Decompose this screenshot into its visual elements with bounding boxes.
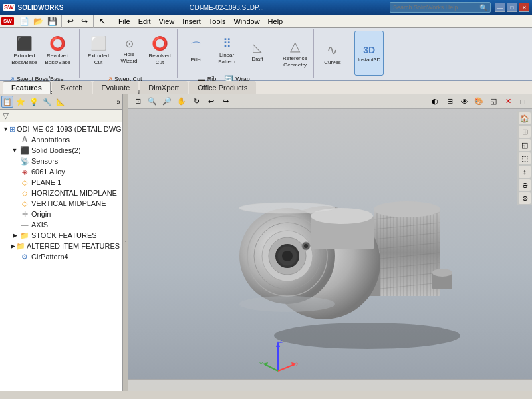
- maximize-button[interactable]: □: [507, 3, 517, 12]
- hide-show-button[interactable]: 👁: [458, 96, 471, 108]
- tab-sketch[interactable]: Sketch: [52, 81, 92, 94]
- revolved-boss-button[interactable]: ⭕ RevolvedBoss/Base: [42, 31, 74, 70]
- root-expander[interactable]: ▼: [3, 125, 9, 133]
- instant3d-button[interactable]: 3D Instant3D: [354, 31, 384, 76]
- origin-expander[interactable]: [11, 210, 19, 218]
- curves-button[interactable]: ∿ Curves: [318, 31, 347, 76]
- filter-bar: ▽: [0, 110, 122, 122]
- tree-sensors[interactable]: 📡 Sensors: [1, 156, 120, 166]
- search-bar[interactable]: 🔍: [390, 2, 491, 13]
- appearance-button[interactable]: 🎨: [472, 96, 485, 108]
- feature-tree[interactable]: ▼ ⊞ ODI-ME-02-1093 (DETAIL DWG A Annotat…: [0, 122, 122, 391]
- altered-expander[interactable]: ▶: [11, 242, 15, 250]
- zoom-in-button[interactable]: 🔍: [146, 96, 159, 108]
- extruded-cut-icon: ⬜: [90, 35, 107, 51]
- tree-cir-pattern[interactable]: ⚙ CirPattern4: [1, 251, 120, 262]
- tree-root[interactable]: ▼ ⊞ ODI-ME-02-1093 (DETAIL DWG: [1, 124, 120, 134]
- tree-material[interactable]: ◈ 6061 Alloy: [1, 166, 120, 177]
- plane1-expander[interactable]: [11, 178, 19, 186]
- panel-collapse-handle[interactable]: ⋮: [123, 94, 128, 391]
- toolbar-sep-1: [61, 15, 62, 28]
- menu-item-file[interactable]: File: [114, 16, 134, 27]
- viewport[interactable]: ⊡ 🔍 🔎 ✋ ↻ ↩ ↪ ◐ ⊞ 👁 🎨 ◱ ✕ □ 🏠 ⊞ ◱ ⬚ ↕ ⊕ …: [128, 94, 532, 391]
- tree-axis[interactable]: — AXIS: [1, 219, 120, 230]
- origin-icon: ✛: [19, 209, 30, 219]
- undo-vp-button[interactable]: ↩: [204, 96, 217, 108]
- menu-item-help[interactable]: Help: [264, 16, 287, 27]
- fillet-button[interactable]: ⌒ Fillet: [182, 31, 211, 70]
- search-icon: 🔍: [479, 4, 487, 11]
- zoom-out-button[interactable]: 🔎: [160, 96, 174, 108]
- window-controls[interactable]: — □ ✕: [495, 3, 529, 12]
- menu-item-insert[interactable]: Insert: [178, 16, 205, 27]
- sensors-expander[interactable]: [11, 157, 19, 165]
- material-expander[interactable]: [11, 168, 19, 176]
- tree-origin[interactable]: ✛ Origin: [1, 209, 120, 219]
- pan-button[interactable]: ✋: [175, 96, 188, 108]
- vert-icon: ◇: [19, 199, 30, 208]
- rotate-button[interactable]: ↻: [190, 96, 203, 108]
- ribbon-group-features: ⌒ Fillet ⠿ LinearPattern ◺ Draft ▬ Rib 🔄: [179, 29, 275, 78]
- fillet-label: Fillet: [191, 57, 202, 63]
- linear-pattern-button[interactable]: ⠿ LinearPattern: [212, 31, 241, 70]
- custom-icon[interactable]: 🔧: [41, 96, 53, 108]
- left-panel: 📋 ⭐ 💡 🔧 📐 » ▽ ▼ ⊞ ODI-ME-02-1093 (DETAIL…: [0, 94, 123, 391]
- tree-altered-features[interactable]: ▶ 📁 ALTERED ITEM FEATURES: [1, 241, 120, 251]
- reference-geometry-button[interactable]: △ ReferenceGeometry: [279, 31, 311, 76]
- plane1-label: PLANE 1: [31, 178, 61, 186]
- close-vp-button[interactable]: ✕: [501, 96, 515, 108]
- tree-annotations[interactable]: A Annotations: [1, 134, 120, 145]
- redo-icon[interactable]: ↪: [78, 15, 91, 28]
- draft-button[interactable]: ◺ Draft: [243, 31, 272, 70]
- select-icon[interactable]: ↖: [96, 15, 109, 28]
- menu-items[interactable]: FileEditViewInsertToolsWindowHelp: [114, 16, 287, 27]
- tree-stock-features[interactable]: ▶ 📁 STOCK FEATURES: [1, 230, 120, 241]
- minimize-button[interactable]: —: [495, 3, 505, 12]
- reference-geometry-label: ReferenceGeometry: [283, 55, 307, 68]
- solid-bodies-expander[interactable]: ▼: [11, 146, 19, 154]
- save-icon[interactable]: 💾: [46, 15, 59, 28]
- horiz-expander[interactable]: [11, 189, 19, 197]
- redo-vp-button[interactable]: ↪: [219, 96, 232, 108]
- axis-expander[interactable]: [11, 221, 19, 229]
- cir-expander[interactable]: [11, 253, 19, 261]
- extruded-cut-button[interactable]: ⬜ ExtrudedCut: [84, 31, 113, 70]
- maximize-vp-button[interactable]: □: [516, 96, 529, 108]
- undo-icon[interactable]: ↩: [64, 15, 77, 28]
- x-label: X: [296, 361, 298, 367]
- stock-expander[interactable]: ▶: [11, 231, 19, 239]
- tab-dimxpert[interactable]: DimXpert: [140, 81, 188, 94]
- menu-item-tools[interactable]: Tools: [205, 16, 230, 27]
- tree-horiz-midplane[interactable]: ◇ HORIZONTAL MIDPLANE: [1, 188, 120, 198]
- feature-tree-icon[interactable]: 📋: [1, 96, 13, 108]
- tree-solid-bodies[interactable]: ▼ ⬛ Solid Bodies(2): [1, 145, 120, 156]
- view-button[interactable]: ⊞: [443, 96, 456, 108]
- tab-evaluate[interactable]: Evaluate: [93, 81, 139, 94]
- section-button[interactable]: ◱: [487, 96, 500, 108]
- hole-wizard-button[interactable]: ⊙ HoleWizard: [114, 31, 144, 70]
- panel-expand-icon[interactable]: »: [116, 98, 120, 106]
- motion-icon[interactable]: 📐: [55, 96, 66, 108]
- tab-features[interactable]: Features: [3, 81, 51, 94]
- axis-icon: —: [19, 220, 30, 229]
- config-icon[interactable]: 💡: [28, 96, 40, 108]
- revolved-cut-button[interactable]: ⭕ RevolvedCut: [145, 31, 174, 70]
- menu-item-edit[interactable]: Edit: [134, 16, 155, 27]
- linear-pattern-label: LinearPattern: [218, 52, 235, 65]
- annotations-expander[interactable]: [11, 136, 19, 144]
- vert-expander[interactable]: [11, 200, 19, 207]
- tree-plane1[interactable]: ◇ PLANE 1: [1, 177, 120, 188]
- tree-vert-midplane[interactable]: ◇ VERTICAL MIDPLANE: [1, 198, 120, 209]
- quick-access-toolbar[interactable]: 📄 📂 💾 ↩ ↪ ↖: [18, 15, 109, 28]
- tab-office[interactable]: Office Products: [189, 81, 256, 94]
- search-input[interactable]: [393, 4, 479, 11]
- extruded-boss-button[interactable]: ⬛ ExtrudedBoss/Base: [8, 31, 40, 70]
- new-icon[interactable]: 📄: [18, 15, 31, 28]
- menu-item-window[interactable]: Window: [229, 16, 263, 27]
- zoom-fit-button[interactable]: ⊡: [131, 96, 144, 108]
- close-button[interactable]: ✕: [519, 3, 529, 12]
- display-mode-button[interactable]: ◐: [428, 96, 442, 108]
- menu-item-view[interactable]: View: [155, 16, 179, 27]
- open-icon[interactable]: 📂: [32, 15, 45, 28]
- property-icon[interactable]: ⭐: [15, 96, 27, 108]
